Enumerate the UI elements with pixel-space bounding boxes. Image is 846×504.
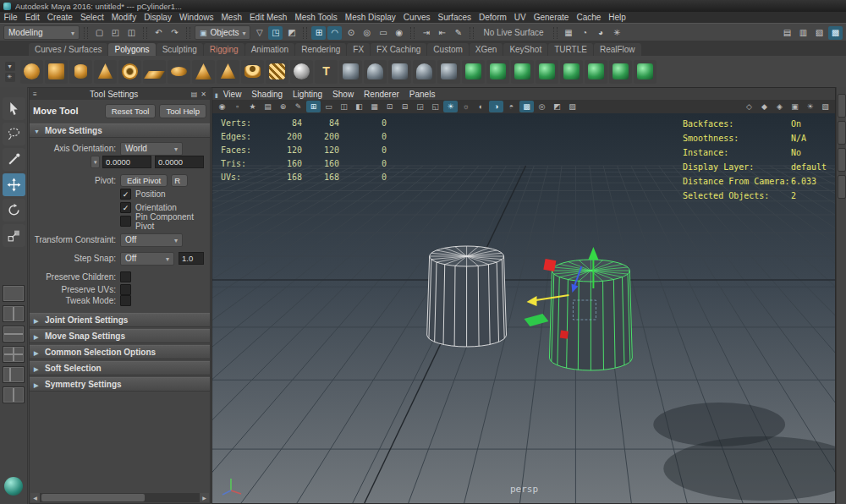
output-connections-icon[interactable]: ⇤ [435,26,449,40]
polygon-cylinder-icon[interactable] [69,60,92,84]
polygon-helix-icon[interactable] [266,60,288,84]
make-live-icon[interactable]: ◉ [392,26,406,40]
open-render-view-icon[interactable]: ▦ [562,26,576,40]
snap-to-view-plane-icon[interactable]: ▭ [376,26,390,40]
polygon-plane-icon[interactable] [143,60,166,84]
status-line-separator[interactable] [143,27,147,39]
new-scene-icon[interactable]: ▢ [92,26,107,40]
shadows-icon[interactable]: ◐ [474,101,488,112]
collapsed-section-header[interactable]: Common Selection Options [30,345,210,359]
layout-persp-graph-button[interactable] [3,386,25,403]
camera-bookmark-icon[interactable]: ★ [245,101,260,112]
shelf-tab[interactable]: Sculpting [157,43,203,56]
axis-values-dropdown-icon[interactable] [91,156,100,168]
polygon-pipe-icon[interactable] [241,60,264,84]
add-divisions-icon[interactable] [486,60,509,84]
shelf-tab[interactable]: RealFlow [594,43,641,56]
scroll-left-button[interactable] [30,493,40,502]
textured-icon[interactable]: ▣ [788,101,802,112]
paint-select-tool-button[interactable] [3,148,25,171]
polygon-cube-icon[interactable] [45,60,68,84]
rotate-tool-button[interactable] [3,199,25,222]
safe-title-icon[interactable]: ⊟ [398,101,412,112]
open-scene-icon[interactable]: ◰ [108,26,123,40]
select-tool-button[interactable] [3,97,25,120]
polygon-sphere-icon[interactable] [20,60,43,84]
save-scene-icon[interactable]: ◫ [124,26,139,40]
grid-display-icon[interactable]: ⊞ [306,101,321,112]
menu-item[interactable]: Display [140,12,176,23]
scene-3d-view[interactable] [212,113,835,503]
axis-x-field[interactable] [102,156,151,168]
viewport-canvas[interactable]: Verts:84840 Edges:2002000 Faces:1201200 … [212,113,835,503]
move-tool-button[interactable] [3,173,25,196]
menuset-dropdown[interactable]: Modeling [3,25,80,40]
polygon-pyramid-icon[interactable] [217,60,239,84]
ipr-render-icon[interactable]: ◕ [594,26,608,40]
lock-camera-icon[interactable]: ▫ [230,101,244,112]
status-line-separator[interactable] [84,27,88,39]
scrollbar-track[interactable] [40,493,200,502]
collapsed-section-header[interactable]: Joint Orient Settings [30,313,210,327]
polygon-cone-icon[interactable] [94,60,117,84]
collapsed-section-header[interactable]: Move Snap Settings [30,329,210,343]
film-gate-icon[interactable]: ▭ [321,101,336,112]
redo-icon[interactable]: ↷ [168,26,182,40]
layout-four-pane-button[interactable] [3,346,25,363]
menu-item[interactable]: Surfaces [434,12,475,23]
camera-name-label[interactable]: persp [510,484,538,495]
select-by-hierarchy-icon[interactable]: ▽ [252,26,266,40]
axis-orientation-dropdown[interactable]: World [120,142,183,156]
render-settings-icon[interactable]: ✳ [610,26,624,40]
multi-cut-icon[interactable] [536,60,558,84]
scroll-right-button[interactable] [200,493,209,502]
layout-two-pane-stacked-button[interactable] [3,326,25,342]
layout-two-pane-side-button[interactable] [3,305,25,322]
layout-persp-outliner-button[interactable] [3,366,25,383]
tool-settings-header[interactable]: Tool Settings [30,88,210,100]
bevel-icon[interactable] [437,60,460,84]
xray-icon[interactable]: ▨ [565,101,580,112]
menu-item[interactable]: Mesh Tools [291,12,341,23]
menu-item[interactable]: Deform [475,12,511,23]
target-weld-icon[interactable] [560,60,583,84]
polygon-disc-icon[interactable] [168,60,190,84]
plugin-shading-icon[interactable]: ▧ [818,101,832,112]
step-snap-size-field[interactable] [179,252,204,265]
frame-all-icon[interactable]: ◲ [413,101,427,112]
combine-icon[interactable] [339,60,362,84]
viewport-menu-item[interactable]: Panels [404,90,441,99]
safe-action-icon[interactable]: ⊡ [382,101,397,112]
shelf-tab[interactable]: Rendering [295,43,346,56]
viewport-menu-item[interactable]: Renderer [359,90,404,99]
panel-menu-icon[interactable] [33,90,37,98]
step-snap-dropdown[interactable]: Off [120,252,174,266]
layout-single-pane-button[interactable] [3,285,25,302]
position-checkbox[interactable] [120,189,131,200]
menu-item[interactable]: Cache [573,12,605,23]
snap-to-grid-icon[interactable]: ⊞ [311,26,326,40]
shelf-selector-icon[interactable] [5,62,15,71]
menu-item[interactable]: Windows [175,12,217,23]
depth-of-field-icon[interactable]: ◎ [535,101,549,112]
layer-editor-dock-tab[interactable] [838,175,846,199]
menu-item[interactable]: Edit Mesh [245,12,290,23]
ambient-occlusion-icon[interactable]: ◑ [489,101,503,112]
shelf-tab[interactable]: Polygons [108,43,155,56]
render-current-frame-icon[interactable]: ◔ [578,26,592,40]
move-settings-section-header[interactable]: Move Settings [30,123,210,138]
polygon-type-icon[interactable] [315,60,338,84]
shelf-tab[interactable]: Curves / Surfaces [29,43,107,56]
shelf-tab[interactable]: KeyShot [503,43,547,56]
snap-to-curve-icon[interactable]: ◠ [327,26,342,40]
menu-item[interactable]: Select [76,12,107,23]
image-plane-icon[interactable]: ▤ [261,101,275,112]
channel-box-dock-tab[interactable] [838,148,846,172]
use-all-lights-icon[interactable]: ☀ [803,101,817,112]
field-chart-icon[interactable]: ▦ [367,101,382,112]
quad-draw-icon[interactable] [585,60,607,84]
collapsed-section-header[interactable]: Soft Selection [30,361,210,375]
menu-item[interactable]: Create [43,12,76,23]
show-tool-settings-icon[interactable]: ▥ [796,26,810,40]
mirror-icon[interactable] [511,60,534,84]
